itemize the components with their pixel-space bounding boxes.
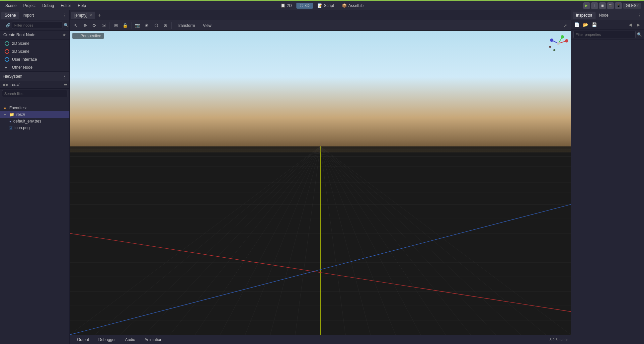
add-node-button[interactable]: +	[2, 22, 4, 29]
fs-search-row: 🔍	[0, 89, 69, 103]
scene-tabs-more[interactable]: ⋮	[61, 12, 68, 18]
rotate-tool-button[interactable]: ⟳	[90, 22, 98, 30]
scene-toolbar: + 🔗 🔍	[0, 20, 69, 31]
main-layout: Scene Import ⋮ + 🔗 🔍 Create Root Node: ★…	[0, 10, 644, 344]
fs-file-default-env[interactable]: ● default_env.tres	[0, 118, 69, 125]
inspector-back-button[interactable]: ◀	[627, 21, 634, 29]
new-viewport-tab-button[interactable]: +	[95, 12, 104, 19]
open-file-button[interactable]: 📂	[582, 21, 589, 29]
menu-help[interactable]: Help	[75, 3, 89, 9]
svg-line-21	[170, 146, 320, 335]
svg-point-43	[561, 35, 564, 39]
assetlib-button[interactable]: 📦 AssetLib	[339, 3, 367, 9]
fs-file-tres-icon: ●	[9, 120, 11, 123]
node-item-user-interface[interactable]: User Interface	[0, 55, 69, 63]
snap-button[interactable]: 🔒	[121, 22, 129, 30]
svg-line-31	[320, 146, 446, 335]
move-tool-button[interactable]: ⊕	[81, 22, 89, 30]
animation-tab[interactable]: Animation	[140, 336, 167, 343]
transform-menu-button[interactable]: Transform	[174, 23, 198, 29]
svg-line-26	[295, 146, 321, 335]
link-node-button[interactable]: 🔗	[6, 22, 11, 29]
perspective-label[interactable]: ⋮ Perspective	[72, 33, 104, 39]
node-item-3d-scene[interactable]: 3D Scene	[0, 47, 69, 55]
output-tab[interactable]: Output	[72, 336, 94, 343]
fs-file-tres-label: default_env.tres	[13, 119, 41, 124]
orientation-gizmo[interactable]	[548, 34, 568, 53]
create-root-section: Create Root Node: ★	[0, 31, 69, 40]
svg-point-45	[550, 39, 553, 42]
tab-inspector[interactable]: Inspector	[573, 12, 596, 19]
inspector-forward-button[interactable]: ▶	[635, 21, 642, 29]
filter-search-icon[interactable]: 🔍	[64, 22, 69, 29]
inspector-toolbar: 📄 📂 💾 ◀ ▶	[571, 20, 644, 30]
viewport-3d[interactable]: .grid-line { stroke: #3a3a3a; stroke-wid…	[70, 31, 571, 335]
environment-button[interactable]: ☀	[143, 22, 151, 30]
script-mode-button[interactable]: 📝 Script	[314, 3, 337, 9]
stop-button[interactable]: ⏹	[599, 2, 606, 9]
select-tool-button[interactable]: ↖	[72, 22, 80, 30]
gizmo-button[interactable]: ⬡	[152, 22, 160, 30]
debugger-tab[interactable]: Debugger	[94, 336, 121, 343]
svg-line-25	[270, 146, 320, 335]
fs-forward-btn[interactable]: ▶	[6, 82, 9, 87]
fs-folder-icon: 📁	[9, 112, 14, 117]
ui-scene-icon	[5, 57, 9, 62]
audio-tab[interactable]: Audio	[121, 336, 140, 343]
viewport-expand-button[interactable]: ⤢	[562, 23, 569, 29]
menu-scene[interactable]: Scene	[3, 3, 19, 9]
node-item-other-node[interactable]: + Other Node	[0, 63, 69, 71]
viewport-tab-empty[interactable]: [empty] ✕	[71, 12, 95, 19]
node-item-2d-scene[interactable]: 2D Scene	[0, 40, 69, 47]
script-icon: 📝	[317, 3, 322, 8]
scene-import-tabs: Scene Import ⋮	[0, 10, 69, 20]
new-script-button[interactable]: 📄	[573, 21, 581, 29]
viewport-canvas: .grid-line { stroke: #3a3a3a; stroke-wid…	[70, 31, 571, 335]
version-label: 3.2.3.stable	[549, 338, 568, 342]
fs-favorites-label: Favorites:	[9, 106, 27, 110]
filter-nodes-input[interactable]	[12, 22, 62, 29]
remote-button[interactable]: 📱	[615, 2, 622, 9]
2d-mode-button[interactable]: 🔲 2D	[277, 3, 295, 9]
pause-button[interactable]: ⏸	[591, 2, 598, 9]
3d-scene-label: 3D Scene	[12, 49, 30, 54]
assetlib-icon: 📦	[342, 3, 347, 8]
svg-line-35	[320, 146, 546, 335]
view-menu-button[interactable]: View	[200, 23, 215, 29]
menu-editor[interactable]: Editor	[58, 3, 74, 9]
tab-node[interactable]: Node	[596, 12, 612, 19]
renderer-badge[interactable]: GLES2	[623, 3, 641, 9]
grid-button[interactable]: ⊘	[161, 22, 169, 30]
fs-res-root[interactable]: ▼ 📁 res://	[0, 111, 69, 118]
tab-scene[interactable]: Scene	[1, 12, 19, 19]
use-local-space-button[interactable]: ⊞	[112, 22, 120, 30]
search-files-input[interactable]	[2, 90, 67, 97]
menu-project[interactable]: Project	[21, 3, 38, 9]
play-button[interactable]: ▶	[583, 2, 590, 9]
viewport-tab-label: [empty]	[74, 13, 87, 18]
bottom-left-tabs: Output Debugger Audio Animation	[72, 336, 167, 343]
3d-icon: ⬡	[300, 3, 303, 8]
viewport-tab-close[interactable]: ✕	[89, 13, 92, 17]
fs-back-btn[interactable]: ◀	[2, 82, 5, 87]
camera-button[interactable]: 📷	[133, 22, 141, 30]
svg-line-23	[220, 146, 320, 335]
filesystem-more[interactable]: ⋮	[63, 74, 67, 79]
menu-debug[interactable]: Debug	[40, 3, 56, 9]
gizmo-svg	[548, 34, 568, 53]
scale-tool-button[interactable]: ⇲	[100, 22, 108, 30]
svg-line-19	[120, 146, 320, 335]
filter-properties-input[interactable]	[573, 31, 636, 38]
fs-path: ◀ ▶ res://	[2, 82, 62, 87]
fs-file-icon-png[interactable]: 🖼 icon.png	[0, 125, 69, 131]
viewport-toolbar: ↖ ⊕ ⟳ ⇲ ⊞ 🔒 📷 ☀ ⬡ ⊘ Transform View ⤢	[70, 20, 571, 31]
fs-layout-btn[interactable]: ☰	[64, 82, 67, 87]
save-button[interactable]: 💾	[591, 21, 598, 29]
fs-favorites[interactable]: ★ Favorites:	[0, 105, 69, 111]
movie-button[interactable]: 🎬	[607, 2, 614, 9]
filesystem-panel: FileSystem ⋮ ◀ ▶ res:// ☰ 🔍 ★ Favorites:	[0, 71, 69, 344]
tab-import[interactable]: Import	[19, 12, 37, 19]
3d-mode-button[interactable]: ⬡ 3D	[296, 3, 313, 9]
inspector-more-icon[interactable]: ⋮	[636, 13, 643, 18]
svg-point-48	[557, 42, 560, 45]
